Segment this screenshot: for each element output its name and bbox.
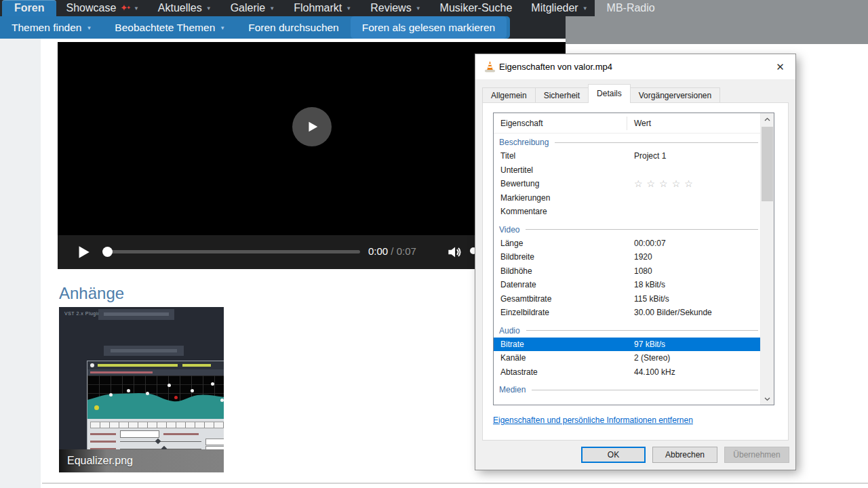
scroll-down-icon[interactable] — [761, 393, 774, 405]
seek-knob[interactable] — [102, 247, 113, 257]
sparkle-small: ✦ — [126, 5, 130, 11]
tab-allgemein[interactable]: Allgemein — [482, 87, 536, 102]
cancel-button[interactable]: Abbrechen — [652, 447, 717, 463]
nav-item-showcase[interactable]: Showcase✦✦▼ — [56, 0, 148, 16]
column-wert[interactable]: Wert — [627, 117, 651, 130]
apply-button[interactable]: Übernehmen — [724, 447, 789, 463]
subnav-item-beobachtete-themen[interactable]: Beobachtete Themen▼ — [103, 16, 237, 39]
caret-down-icon: ▼ — [220, 25, 225, 31]
property-row-länge[interactable]: Länge00:00:07 — [494, 237, 761, 251]
property-row-titel[interactable]: TitelProject 1 — [494, 149, 761, 163]
section-header-medien: Medien — [494, 383, 761, 396]
property-label: Untertitel — [494, 165, 627, 175]
remove-properties-link[interactable]: Eigenschaften und persönliche Informatio… — [493, 415, 693, 425]
property-row-bildbreite[interactable]: Bildbreite1920 — [494, 250, 761, 264]
property-label: Bildbreite — [494, 252, 627, 262]
property-value: 00:00:07 — [627, 239, 666, 248]
nav-item-label: Mitglieder — [531, 0, 578, 16]
play-icon[interactable] — [74, 243, 92, 261]
column-eigenschaft[interactable]: Eigenschaft — [494, 117, 627, 130]
close-icon[interactable]: ✕ — [765, 54, 795, 79]
property-row-markierungen[interactable]: Markierungen — [494, 191, 761, 205]
play-icon — [304, 119, 319, 134]
property-label: Abtastrate — [494, 367, 627, 377]
attachment-thumbnail-equalizer[interactable]: VST 2.x Plugin — [59, 307, 224, 472]
property-row-kanäle[interactable]: Kanäle2 (Stereo) — [494, 351, 761, 365]
thumb-eq-graph — [87, 375, 224, 419]
property-row-einzelbildrate[interactable]: Einzelbildrate30.00 Bilder/Sekunde — [494, 306, 761, 320]
nav-item-musiker-suche[interactable]: Musiker-Suche — [431, 0, 522, 16]
section-header-audio: Audio — [494, 324, 761, 338]
property-row-bildhöhe[interactable]: Bildhöhe1080 — [494, 264, 761, 279]
eq-curve — [87, 375, 224, 419]
attachment-filename: Equalizer.png — [59, 449, 224, 472]
property-row-kommentare[interactable]: Kommentare — [494, 205, 761, 219]
property-value: 30.00 Bilder/Sekunde — [627, 308, 712, 317]
properties-dialog: Eigenschaften von valor.mp4 ✕ AllgemeinS… — [475, 54, 795, 470]
nav-item-mb-radio[interactable]: MB-Radio — [597, 0, 665, 16]
property-row-bewertung[interactable]: Bewertung☆☆☆☆☆ — [494, 177, 761, 191]
caret-down-icon: ▼ — [416, 1, 421, 17]
property-row-gesamtbitrate[interactable]: Gesamtbitrate115 kBit/s — [494, 292, 761, 306]
thumb-eq-subtitle — [87, 369, 224, 375]
subnav-item-foren-als-gelesen-markieren[interactable]: Foren als gelesen markieren — [351, 16, 507, 39]
tab-details[interactable]: Details — [588, 84, 631, 103]
property-label: Markierungen — [494, 193, 627, 203]
property-row-abtastrate[interactable]: Abtastrate44.100 kHz — [494, 365, 761, 380]
dialog-title: Eigenschaften von valor.mp4 — [499, 54, 612, 79]
nav-item-mitglieder[interactable]: Mitglieder▼ — [521, 0, 597, 16]
nav-item-label: Reviews — [370, 0, 411, 16]
dialog-titlebar[interactable]: Eigenschaften von valor.mp4 ✕ — [475, 54, 795, 79]
subnav-item-label: Foren als gelesen markieren — [362, 22, 495, 34]
tab-sicherheit[interactable]: Sicherheit — [535, 87, 589, 102]
nav-item-flohmarkt[interactable]: Flohmarkt▼ — [284, 0, 361, 16]
forum-primary-nav: ForenShowcase✦✦▼Aktuelles▼Galerie▼Flohma… — [0, 0, 868, 16]
eq-node — [191, 389, 194, 392]
property-label: Bitrate — [494, 340, 627, 349]
section-name: Video — [494, 225, 519, 235]
list-header: Eigenschaft Wert — [494, 113, 761, 134]
nav-item-label: Flohmarkt — [294, 0, 342, 16]
property-value: 44.100 kHz — [627, 367, 675, 377]
subnav-item-foren-durchsuchen[interactable]: Foren durchsuchen — [237, 16, 351, 39]
subnav-item-themen-finden[interactable]: Themen finden▼ — [0, 16, 103, 39]
nav-item-foren[interactable]: Foren — [2, 0, 56, 16]
property-label: Titel — [494, 151, 627, 161]
eq-band-buttons — [90, 422, 224, 428]
nav-item-reviews[interactable]: Reviews▼ — [361, 0, 430, 16]
ok-button[interactable]: OK — [581, 447, 646, 463]
eq-node — [146, 392, 149, 395]
tab-vorgängerversionen[interactable]: Vorgängerversionen — [630, 87, 720, 102]
section-divider — [555, 142, 758, 143]
property-value: Project 1 — [627, 151, 666, 161]
eq-type-dropdown — [120, 430, 159, 438]
seek-bar[interactable] — [108, 250, 360, 253]
property-rows: BeschreibungTitelProject 1UntertitelBewe… — [494, 136, 761, 396]
scroll-up-icon[interactable] — [761, 113, 774, 125]
property-value: 97 kBit/s — [627, 340, 665, 349]
big-play-button[interactable] — [292, 107, 332, 146]
scrollbar[interactable] — [760, 113, 774, 405]
dialog-tabs: AllgemeinSicherheitDetailsVorgängerversi… — [482, 84, 719, 103]
eq-node — [167, 384, 171, 387]
section-divider — [526, 330, 758, 331]
property-value: 1920 — [627, 252, 652, 262]
volume-icon[interactable] — [446, 243, 463, 261]
property-row-bitrate[interactable]: Bitrate97 kBit/s — [494, 338, 761, 352]
section-header-beschreibung: Beschreibung — [494, 136, 761, 149]
property-value: 2 (Stereo) — [627, 353, 670, 363]
attachments-heading: Anhänge — [59, 284, 124, 303]
property-label: Gesamtbitrate — [494, 294, 627, 304]
property-value: 1080 — [627, 266, 652, 276]
property-label: Datenrate — [494, 280, 627, 289]
property-row-datenrate[interactable]: Datenrate18 kBit/s — [494, 278, 761, 292]
subnav-item-label: Foren durchsuchen — [248, 22, 339, 34]
nav-item-label: Musiker-Suche — [440, 0, 513, 16]
nav-item-galerie[interactable]: Galerie▼ — [221, 0, 285, 16]
subnav-item-label: Themen finden — [12, 22, 81, 34]
scrollbar-thumb[interactable] — [762, 127, 773, 201]
property-row-untertitel[interactable]: Untertitel — [494, 163, 761, 178]
nav-item-aktuelles[interactable]: Aktuelles▼ — [149, 0, 221, 16]
sparkle-large: ✦ — [120, 3, 126, 13]
properties-list[interactable]: Eigenschaft Wert BeschreibungTitelProjec… — [493, 113, 774, 405]
